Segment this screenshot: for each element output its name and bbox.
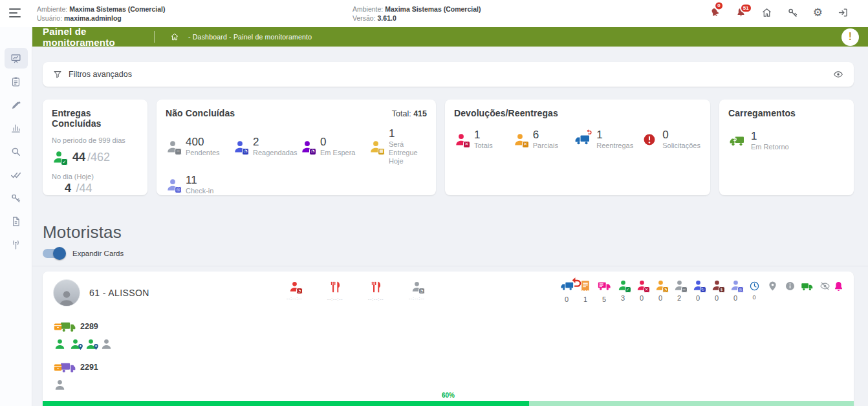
vehicle-passengers [54,338,113,350]
page-title-bar: Painel de monitoramento - Dashboard - Pa… [32,27,868,47]
counter-person-sync[interactable]: 0 [691,279,705,302]
gear-icon[interactable]: ⚙ [813,7,823,18]
person-pending-icon [673,279,686,292]
truck-icon[interactable] [801,281,814,293]
truck-return-icon [728,133,745,149]
progress-label: 60% [43,392,854,399]
person-cancel-icon [636,279,648,292]
person-cancel-icon [454,133,468,147]
person-cancel-icon [513,133,527,147]
breadcrumb-home-icon[interactable] [170,32,179,41]
person-sync-icon [692,279,704,292]
main-content: Filtros avançados Entregas Concluídas No… [32,47,868,406]
vehicle-id: 2291 [80,363,98,372]
person-calendar-icon [369,140,383,154]
person-location-icon [730,279,742,292]
person-icon[interactable] [54,338,66,350]
truck-return-icon [559,279,574,293]
pencil-icon [10,100,21,111]
counter-person-money[interactable]: 0 [710,279,724,302]
version-value: 3.61.0 [378,14,396,22]
sidebar-item-search[interactable] [5,141,28,162]
expandir-cards-toggle-row[interactable]: Expandir Cards [43,249,868,258]
restaurant-icon [329,281,342,294]
stat-sera-entregue: 1Será Entregue Hoje [369,127,427,166]
key-icon[interactable] [787,7,798,18]
stat-checkin: 11Check-in [166,174,233,195]
counter-truck-return[interactable]: 0 [559,279,574,303]
counter-truck-list[interactable]: 5 [597,279,611,303]
driver-status-times: --:--:-- --:--:-- --:--:-- --:--:-- [279,281,432,302]
vehicle-id: 2289 [80,322,98,331]
person-check-icon [52,150,66,164]
env2-label: Ambiente: [353,5,383,13]
page-alert-button[interactable]: ! [841,28,859,46]
nao-concluidas-stats: 400Pendentes 2Reagendadas 0Em Espera 1Se… [166,127,427,195]
alerts-count-badge: 0 [714,1,724,10]
card-nao-concluidas: Não Concluídas Total: 415 400Pendentes 2… [157,100,436,195]
user-value: maxima.adminlog [64,14,122,22]
sidebar-item-clipboard[interactable] [5,71,28,92]
person-icon[interactable] [100,338,113,350]
truck-list-icon [597,279,612,293]
status-time-item: --:--:-- [320,281,351,302]
driver-name: 61 - ALISSON [89,288,149,298]
total-tag: Total: 415 [392,109,427,118]
eye-off-icon[interactable] [818,281,831,292]
card-devolucoes-reentregas: Devoluções/Reentregas 1Totais 6Parciais … [445,100,710,195]
presentation-chart-icon [10,53,21,64]
logout-icon[interactable] [838,7,849,18]
sidebar-item-edit[interactable] [5,94,28,115]
driver-avatar[interactable] [53,279,80,306]
counter-person-check[interactable]: 3 [616,279,630,302]
counter-person-location[interactable]: 0 [728,279,743,302]
card-entregas-concluidas: Entregas Concluídas No periodo de 999 di… [43,100,147,195]
vehicle-row[interactable]: 2291 [53,359,113,376]
expandir-cards-switch[interactable] [43,249,65,258]
notifications-bell-icon[interactable]: 51 [735,7,746,18]
counter-person-cancel[interactable]: 0 [635,279,649,302]
stat-parciais: 6Parciais [513,129,574,150]
home-icon[interactable] [761,7,772,18]
vehicle-row[interactable]: 2289 [53,318,113,335]
clipboard-icon [10,76,21,87]
stat-pendentes: 400Pendentes [166,127,233,166]
person-money-icon [711,279,723,292]
sidebar-item-access[interactable] [5,187,28,208]
package-icon [53,363,63,372]
advanced-filters-bar[interactable]: Filtros avançados [43,62,854,87]
left-sidebar [0,27,32,406]
period-value: 44 [72,151,85,164]
alerts-bell-icon[interactable]: 0 [708,5,722,20]
vehicle-passengers [54,379,113,391]
info-icon[interactable] [783,281,796,292]
person-icon[interactable] [54,379,66,391]
card-title: Devoluções/Reentregas [454,108,701,118]
counter-person-clock[interactable]: 0 [653,279,667,302]
sidebar-item-approvals[interactable] [5,164,28,185]
menu-hamburger-icon[interactable] [9,8,23,19]
card-title: Não Concluídas [166,108,235,118]
sidebar-item-reports[interactable] [5,118,28,138]
breadcrumb: - Dashboard - Painel de monitoramento [188,33,312,41]
env-label: Ambiente: [37,5,67,13]
package-icon [53,322,63,332]
bell-icon[interactable] [832,281,845,293]
today-value: 4 [65,182,71,195]
sidebar-item-monitoring[interactable] [5,48,28,69]
driver-counters: 0 1 5 3 0 0 2 [559,279,845,303]
eye-icon[interactable] [833,69,843,80]
stat-em-espera: 0Em Espera [300,127,369,166]
counter-person-pending[interactable]: 2 [672,279,686,302]
location-pin-icon[interactable] [766,281,779,292]
person-pin-icon[interactable] [69,338,81,350]
section-divider [32,266,868,266]
counter-clock[interactable]: 0 [747,279,761,301]
driver-card[interactable]: 61 - ALISSON --:--:-- --:--:-- --:--:-- … [43,272,854,406]
person-check-icon [617,279,629,292]
environment-info-secondary: Ambiente: Maxima Sistemas (Comercial) Ve… [353,5,481,23]
sidebar-item-documents[interactable] [5,211,28,231]
person-pin-icon[interactable] [85,338,97,350]
sidebar-item-tracking[interactable] [5,234,28,255]
status-time-item: --:--:-- [279,281,310,302]
